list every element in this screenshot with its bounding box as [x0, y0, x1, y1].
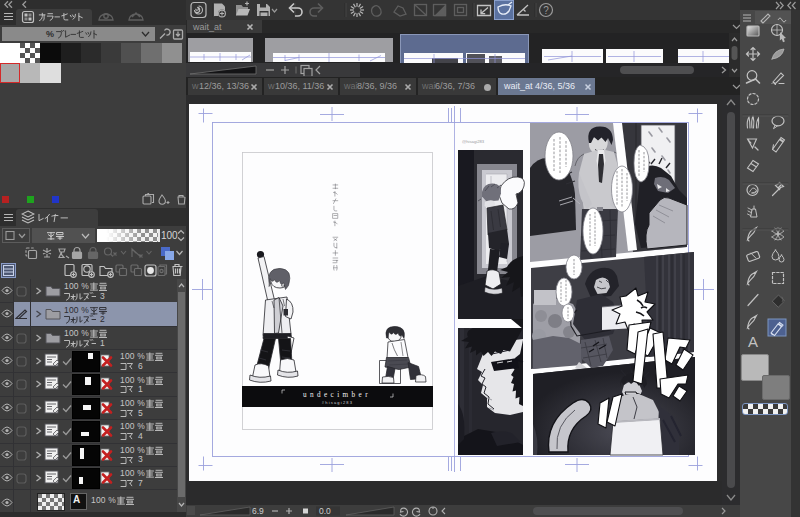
- svg-text:6.9: 6.9: [252, 506, 264, 516]
- svg-text:@hisagi283: @hisagi283: [462, 139, 485, 144]
- svg-text:undecimber: undecimber: [303, 391, 371, 399]
- svg-text:0.0: 0.0: [319, 506, 331, 516]
- svg-text:#hisagi283: #hisagi283: [322, 400, 353, 405]
- svg-text:A: A: [748, 333, 758, 350]
- svg-text:?: ?: [543, 5, 549, 16]
